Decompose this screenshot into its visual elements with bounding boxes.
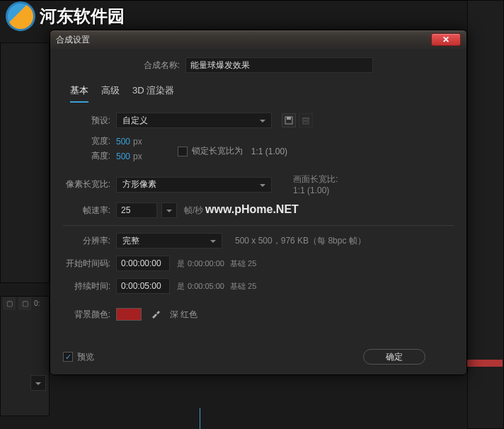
duration-label: 持续时间: — [63, 280, 116, 292]
preset-value: 自定义 — [122, 115, 148, 127]
fps-unit: 帧/秒 — [184, 205, 203, 217]
bgcolor-label: 背景颜色: — [63, 309, 116, 321]
comp-name-input[interactable] — [185, 57, 373, 73]
bg-panel-icons: ▢ ▢ 0: — [3, 297, 40, 310]
tabs: 基本 高级 3D 渲染器 — [70, 84, 454, 103]
lock-aspect-checkbox[interactable] — [178, 147, 188, 156]
height-value[interactable]: 500 — [116, 151, 130, 161]
duration-val: 0:00:05:00 — [188, 282, 224, 290]
preview-checkbox[interactable] — [63, 352, 73, 362]
svg-rect-1 — [287, 117, 291, 120]
start-tc-input[interactable] — [116, 256, 170, 271]
watermark-site-name: 河东软件园 — [40, 5, 125, 28]
bg-left-panel — [0, 42, 50, 283]
bg-timeline-playhead[interactable] — [200, 408, 200, 429]
duration-input[interactable] — [116, 278, 170, 294]
height-unit: px — [133, 151, 142, 161]
delete-preset-button[interactable] — [299, 113, 313, 127]
width-unit: px — [133, 137, 142, 147]
save-preset-button[interactable] — [282, 113, 296, 127]
start-tc-base: 基础 25 — [230, 258, 256, 269]
width-label: 宽度: — [63, 135, 116, 147]
duration-is: 是 — [177, 281, 185, 292]
bgcolor-name: 深 红色 — [170, 309, 197, 321]
preset-label: 预设: — [63, 115, 116, 127]
fps-dropdown[interactable] — [161, 202, 177, 218]
preset-select[interactable]: 自定义 — [116, 113, 272, 128]
height-label: 高度: — [63, 150, 116, 162]
watermark-center: www.pHome.NET — [205, 203, 299, 216]
tab-3d-renderer[interactable]: 3D 渲染器 — [132, 84, 174, 103]
ok-button[interactable]: 确定 — [363, 349, 425, 365]
dialog-titlebar[interactable]: 合成设置 ✕ — [50, 30, 466, 49]
pixel-aspect-select[interactable]: 方形像素 — [116, 177, 272, 193]
pixel-aspect-value: 方形像素 — [122, 178, 156, 190]
start-tc-is: 是 — [177, 258, 185, 269]
dialog-title: 合成设置 — [56, 34, 431, 46]
bgcolor-swatch[interactable] — [116, 308, 142, 321]
bg-icon-2[interactable]: ▢ — [18, 297, 31, 310]
resolution-info: 500 x 500，976 KB（每 8bpc 帧） — [235, 235, 366, 247]
resolution-select[interactable]: 完整 — [116, 233, 222, 248]
tab-basic[interactable]: 基本 — [70, 84, 88, 103]
dialog-footer: 预览 确定 — [63, 349, 454, 365]
bg-dropdown[interactable] — [30, 375, 46, 391]
comp-name-label: 合成名称: — [144, 59, 180, 72]
tab-advanced[interactable]: 高级 — [101, 84, 120, 103]
start-tc-label: 开始时间码: — [63, 258, 116, 270]
bg-icon-1[interactable]: ▢ — [3, 297, 16, 310]
resolution-label: 分辨率: — [63, 235, 116, 247]
fps-label: 帧速率: — [63, 205, 116, 217]
width-value[interactable]: 500 — [116, 137, 130, 147]
preview-label: 预览 — [77, 351, 94, 363]
frame-aspect-info: 画面长宽比: 1:1 (1.00) — [293, 173, 338, 195]
start-tc-val: 0:00:00:00 — [188, 259, 224, 268]
composition-settings-dialog: 合成设置 ✕ 合成名称: 基本 高级 3D 渲染器 预设: 自定义 — [50, 30, 467, 375]
watermark-header: 河东软件园 — [0, 0, 130, 33]
watermark-logo — [6, 1, 35, 31]
bg-timecode: 0: — [34, 297, 40, 310]
pixel-aspect-label: 像素长宽比: — [63, 178, 116, 190]
bg-timeline-clip[interactable] — [467, 360, 503, 367]
lock-aspect-label: 锁定长宽比为 — [192, 145, 243, 157]
fps-input[interactable] — [116, 202, 157, 218]
duration-base: 基础 25 — [230, 281, 256, 292]
resolution-value: 完整 — [122, 235, 139, 247]
bg-bottom-panel — [0, 296, 50, 416]
close-button[interactable]: ✕ — [431, 33, 461, 46]
divider — [63, 225, 454, 226]
lock-aspect-ratio: 1:1 (1.00) — [251, 147, 287, 156]
eyedropper-icon[interactable] — [149, 309, 163, 321]
